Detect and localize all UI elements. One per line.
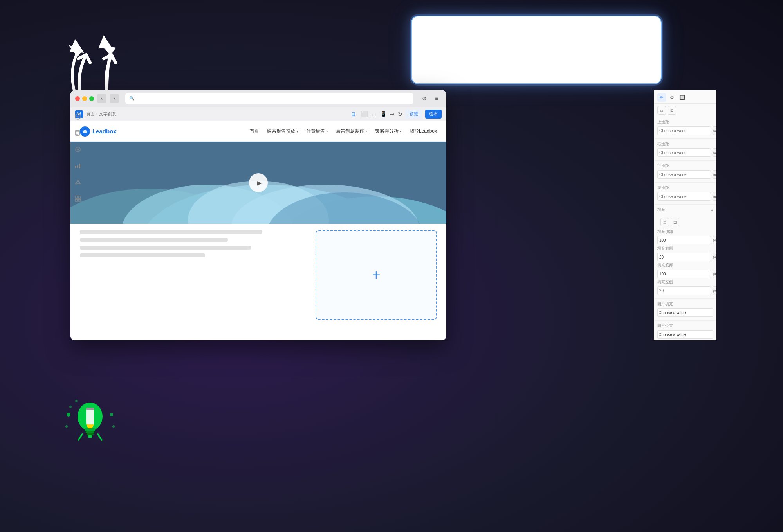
svg-rect-40 [79,164,80,168]
image-position-select[interactable]: Choose a value [657,330,713,339]
svg-rect-15 [86,431,94,433]
nav-leads[interactable]: 線索廣告投放▾ [267,128,298,135]
website-nav: Leadbox 首頁 線索廣告投放▾ 付費廣告▾ 廣告創意製作▾ 策略與分析▾ … [70,121,446,142]
fill-left-row: px [657,286,713,295]
mobile-icon[interactable]: 📱 [380,111,387,117]
fill-right-input[interactable] [657,253,711,261]
fill-bottom-input[interactable] [657,270,711,278]
svg-rect-44 [75,199,78,201]
nav-about[interactable]: 關於Leadbox [410,128,437,135]
menu-button[interactable]: ≡ [432,94,442,103]
right-panel: ✏ ⚙ 🔲 □ ⊡ 上邊距 rem 右邊距 rem 下邊距 rem 左邊距 r [654,90,716,340]
svg-rect-43 [78,196,81,198]
svg-point-7 [112,425,115,428]
nav-leads-arrow: ▾ [296,129,298,133]
panel-tab-settings[interactable]: ⚙ [668,93,676,102]
text-line-2 [80,238,228,242]
refresh-button[interactable]: ↺ [420,94,429,103]
svg-line-19 [98,434,102,440]
desktop-icon[interactable]: 🖥 [351,111,356,117]
play-button[interactable]: ▶ [249,173,268,192]
forward-button[interactable]: › [110,94,119,103]
image-fill-select[interactable]: Choose a value [657,308,713,317]
image-fill-row: Choose a value [657,308,713,317]
fill-left-input[interactable] [657,286,711,295]
plus-icon: + [372,268,380,282]
nav-paid-label: 付費廣告 [306,128,325,135]
margin-bottom-row: rem [657,170,713,179]
tablet-icon[interactable]: ⬜ [361,111,368,117]
svg-point-6 [65,425,68,428]
svg-rect-42 [75,196,78,198]
fill-bottom-unit[interactable]: px [713,270,716,278]
margin-left-row: rem [657,192,713,201]
image-fill-section: 圖片填充 Choose a value [654,299,716,321]
layout-icon-2[interactable]: ⊡ [668,106,676,115]
fill-top-input[interactable] [657,236,711,244]
undo-button[interactable]: ↩ [390,111,395,117]
back-button[interactable]: ‹ [97,94,106,103]
sidebar-icon-page[interactable] [73,128,83,138]
redo-button[interactable]: ↻ [398,111,402,117]
sidebar-icon-design[interactable] [73,145,83,154]
add-block-button[interactable]: + [316,230,437,320]
fill-right-unit[interactable]: px [713,253,716,261]
sidebar-icon-grid[interactable] [73,194,83,203]
fill-top-label: 填充頂部 [657,229,713,234]
fill-layout-2[interactable]: ⊡ [671,218,679,226]
nav-creative[interactable]: 廣告創意製作▾ [336,128,367,135]
margin-left-unit[interactable]: rem [713,192,716,201]
fill-layout-icons: □ ⊡ [657,216,713,229]
margin-top-input[interactable] [657,126,711,135]
image-fill-label: 圖片填充 [657,301,713,307]
svg-rect-16 [87,433,94,435]
fill-left-unit[interactable]: px [713,286,716,295]
fill-close-button[interactable]: × [711,208,713,213]
svg-rect-38 [75,166,76,168]
sidebar-icon-components[interactable] [73,178,83,187]
content-left [80,230,316,334]
margin-top-label: 上邊距 [657,119,713,125]
url-bar[interactable]: 🔍 [125,93,413,104]
svg-point-37 [77,149,79,150]
margin-left-input[interactable] [657,192,711,201]
nav-strategy[interactable]: 策略與分析▾ [375,128,402,135]
margin-bottom-unit[interactable]: rem [713,170,716,179]
nav-links: 首頁 線索廣告投放▾ 付費廣告▾ 廣告創意製作▾ 策略與分析▾ 關於Leadbo… [250,128,437,135]
fill-top-unit[interactable]: px [713,236,716,244]
nav-paid[interactable]: 付費廣告▾ [306,128,328,135]
margin-top-section: 上邊距 rem [654,117,716,139]
tablet-small-icon[interactable]: □ [372,111,375,117]
margin-bottom-section: 下邊距 rem [654,161,716,183]
margin-right-unit[interactable]: rem [713,148,716,157]
lightbulb-icon [61,391,119,450]
svg-rect-39 [77,165,78,168]
sidebar-icon-plus[interactable] [73,112,83,121]
fill-right-row: px [657,253,713,261]
panel-tab-edit[interactable]: ✏ [657,93,666,102]
publish-button[interactable]: 發布 [425,110,442,119]
fill-layout-1[interactable]: □ [660,218,669,226]
svg-rect-13 [86,408,94,410]
margin-right-input[interactable] [657,148,711,157]
text-line-1 [80,230,262,234]
sidebar-icon-chart[interactable] [73,161,83,171]
maximize-button[interactable] [89,96,94,101]
margin-right-section: 右邊距 rem [654,139,716,161]
svg-point-5 [110,413,113,416]
nav-home[interactable]: 首頁 [250,128,259,135]
margin-top-unit[interactable]: rem [713,126,716,135]
editor-toolbar: W 頁面：文字創意 🖥 ⬜ □ 📱 ↩ ↻ 預覽 發布 [70,107,446,121]
panel-tab-style[interactable]: 🔲 [678,93,686,102]
device-icons: 🖥 ⬜ □ 📱 [351,111,387,117]
fill-label: 填充 [657,207,665,212]
margin-right-label: 右邊距 [657,141,713,147]
layout-icon-1[interactable]: □ [657,106,666,115]
logo-text: Leadbox [92,128,117,135]
fill-section-header: 填充 × [657,207,713,214]
nav-paid-arrow: ▾ [326,129,328,133]
svg-point-9 [75,400,78,402]
nav-leads-label: 線索廣告投放 [267,128,295,135]
preview-button[interactable]: 預覽 [406,110,422,119]
margin-bottom-input[interactable] [657,170,711,179]
